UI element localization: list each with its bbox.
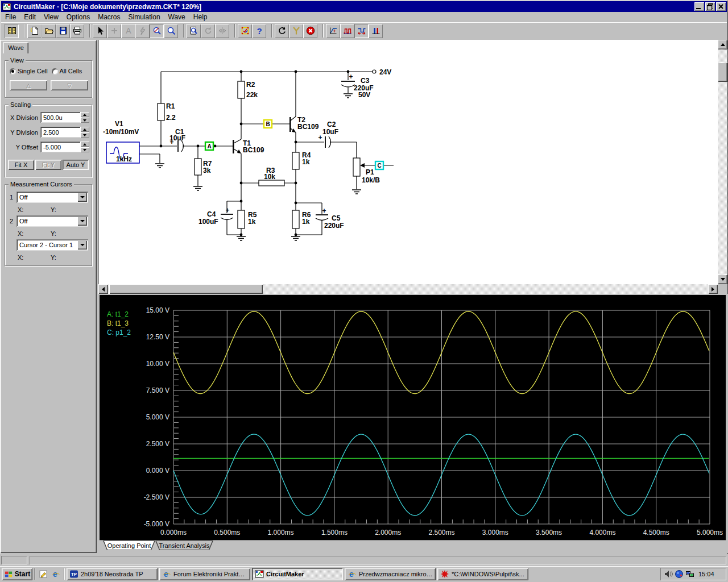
tab-operating-point[interactable]: Operating Point <box>103 541 155 550</box>
wire-tool-button[interactable] <box>107 24 121 38</box>
chevron-down-icon[interactable] <box>77 193 87 202</box>
scroll-left-icon[interactable] <box>98 284 108 294</box>
radio-all-cells-dot[interactable] <box>52 68 58 74</box>
resistor-r1[interactable] <box>158 103 164 120</box>
taskbar-button[interactable]: eForum Elektroniki Praktycz... <box>159 568 250 580</box>
radio-single-cell[interactable]: Single Cell <box>10 68 48 74</box>
tab-wave[interactable]: Wave <box>3 42 28 53</box>
menu-item-edit[interactable]: Edit <box>20 12 40 22</box>
supply-terminal-24v[interactable] <box>373 70 376 73</box>
schematic-canvas[interactable]: ABC V1-10m/10mV1kHzR12.2C110uFR73kT1BC10… <box>98 40 718 284</box>
resistor-r6[interactable] <box>292 210 299 228</box>
y-offset-spinner[interactable] <box>80 142 89 152</box>
cursor-1-x-label: X: <box>18 206 23 213</box>
zoom-area-button[interactable] <box>187 24 201 38</box>
waveform-digital-button[interactable] <box>340 24 354 38</box>
parts-bin-button[interactable] <box>5 24 19 38</box>
menu-item-simulation[interactable]: Simulation <box>125 12 164 22</box>
menu-item-options[interactable]: Options <box>63 12 94 22</box>
vertical-scroll-thumb[interactable] <box>718 63 727 82</box>
quicklaunch-notes[interactable] <box>37 568 49 580</box>
horizontal-scroll-thumb[interactable] <box>109 284 263 294</box>
resistor-r3[interactable] <box>259 180 284 186</box>
probe-b[interactable]: B <box>264 120 272 128</box>
start-button[interactable]: Start <box>2 568 32 580</box>
waveform-plot[interactable]: 15.00 V12.50 V10.00 V7.500 V5.000 V2.500… <box>100 295 726 540</box>
text-tool-button[interactable]: A <box>121 24 135 38</box>
cell-down-button[interactable]: ▽ <box>51 80 88 90</box>
speaker-icon[interactable] <box>664 569 673 579</box>
menu-item-wave[interactable]: Wave <box>164 12 189 22</box>
save-file-button[interactable] <box>56 24 70 38</box>
help-button[interactable]: ? <box>252 24 266 38</box>
scroll-down-icon[interactable] <box>718 275 727 284</box>
delete-tool-button[interactable] <box>135 24 150 38</box>
schematic-label: + <box>318 134 322 142</box>
x-division-input[interactable]: 500.0u <box>40 112 82 123</box>
menu-item-help[interactable]: Help <box>189 12 212 22</box>
y-axis-tick-label: 7.500 V <box>146 386 169 394</box>
capacitors[interactable] <box>178 81 355 221</box>
network-icon[interactable] <box>685 569 694 579</box>
schematic-vertical-scrollbar[interactable] <box>718 40 727 284</box>
waveform-analog-button[interactable] <box>354 24 369 38</box>
probe-c[interactable]: C <box>375 161 383 169</box>
ie-icon: e <box>348 569 357 579</box>
cursor-2-select[interactable]: Off <box>16 215 88 227</box>
resistor-r5[interactable] <box>238 210 245 228</box>
open-file-button[interactable] <box>42 24 56 38</box>
cursor-1-select[interactable]: Off <box>16 192 88 203</box>
quicklaunch-ie[interactable]: e <box>49 568 62 580</box>
taskbar-button[interactable]: *C:\WINDOWS\Pulpit\sk... <box>437 568 528 580</box>
probe-a[interactable]: A <box>205 142 213 150</box>
simulation-setup-button[interactable] <box>238 24 252 38</box>
y-offset-input[interactable]: -5.000 <box>40 142 82 152</box>
scroll-up-icon[interactable] <box>718 40 727 49</box>
resistor-r2[interactable] <box>238 81 245 98</box>
stop-simulation-button[interactable] <box>303 24 317 38</box>
menu-item-file[interactable]: File <box>1 12 20 22</box>
resistor-r4[interactable] <box>292 152 299 169</box>
close-button[interactable] <box>716 2 726 11</box>
schematic-label: 100uF <box>198 218 218 226</box>
radio-all-cells[interactable]: All Cells <box>52 68 82 74</box>
mirror-button[interactable] <box>215 24 229 38</box>
fit-x-button[interactable]: Fit X <box>8 160 34 170</box>
auto-y-button[interactable]: Auto Y <box>63 160 89 170</box>
step-simulation-button[interactable] <box>289 24 303 38</box>
simulation-setup-icon <box>241 26 250 35</box>
cursor-diff-select[interactable]: Cursor 2 - Cursor 1 <box>16 239 88 251</box>
chevron-down-icon[interactable] <box>77 240 87 250</box>
zoom-tool-button[interactable] <box>164 24 178 38</box>
radio-single-cell-dot[interactable] <box>10 68 16 74</box>
menu-item-macros[interactable]: Macros <box>94 12 124 22</box>
y-division-input[interactable]: 2.500 <box>40 127 82 138</box>
restore-button[interactable] <box>705 2 715 11</box>
tab-transient-analysis[interactable]: Transient Analysis <box>155 541 213 550</box>
waveform-dc-button[interactable] <box>326 24 340 38</box>
scroll-right-icon[interactable] <box>708 284 718 294</box>
x-division-spinner[interactable] <box>80 112 89 123</box>
waveform-scope-button[interactable] <box>369 24 383 38</box>
minimize-button[interactable] <box>694 2 704 11</box>
reset-simulation-button[interactable] <box>275 24 289 38</box>
resistor-r7[interactable] <box>195 159 201 175</box>
chevron-down-icon[interactable] <box>77 217 87 226</box>
rotate-button[interactable] <box>201 24 215 38</box>
select-arrow-button[interactable] <box>93 24 107 38</box>
tray-app-icon[interactable] <box>675 569 684 579</box>
cell-up-button[interactable]: △ <box>10 80 47 90</box>
x-division-label: X Division <box>5 114 38 121</box>
y-division-spinner[interactable] <box>80 127 89 138</box>
scaling-group: Scaling X Division 500.0u Y Division 2.5… <box>5 105 92 177</box>
taskbar-button[interactable]: TP2h09'18 Neostrada TP <box>67 568 158 580</box>
new-file-button[interactable] <box>27 24 42 38</box>
fit-y-button[interactable]: Fit Y <box>35 160 61 170</box>
print-button[interactable] <box>70 24 84 38</box>
menu-item-view[interactable]: View <box>40 12 63 22</box>
taskbar-button[interactable]: ePrzedwzmacniacz mikrofo... <box>345 568 436 580</box>
taskbar-button[interactable]: CircuitMaker <box>252 568 343 580</box>
potentiometer-p1[interactable] <box>353 158 360 176</box>
schematic-horizontal-scrollbar[interactable] <box>98 284 718 294</box>
probe-tool-button[interactable] <box>150 24 164 38</box>
